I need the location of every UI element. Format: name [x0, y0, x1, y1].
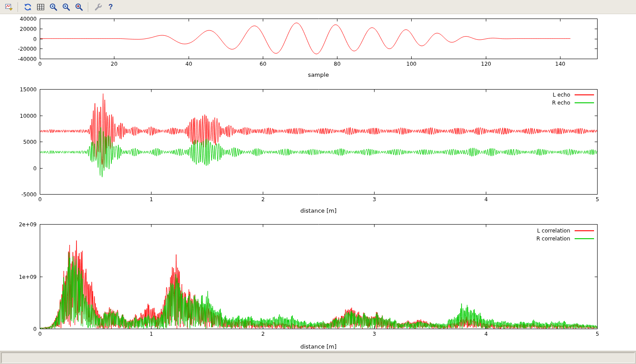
zoom-next-icon — [62, 3, 71, 11]
echo-chart: L echo R echo distance [m] — [0, 84, 636, 216]
autoscale-icon — [75, 3, 83, 11]
autoscale-button[interactable] — [73, 1, 85, 13]
legend-label: R echo — [552, 100, 570, 106]
status-bar — [0, 351, 636, 364]
replot-button[interactable] — [22, 1, 34, 13]
zoom-next-button[interactable] — [60, 1, 72, 13]
help-button[interactable]: ? — [105, 1, 117, 13]
legend-item: R echo — [552, 100, 594, 105]
export-button[interactable] — [3, 1, 15, 13]
x-axis-label-distance: distance [m] — [40, 207, 597, 214]
legend-item: L correlation — [536, 228, 594, 233]
pulse-chart: sample — [0, 16, 636, 83]
legend-label: L echo — [553, 92, 570, 98]
legend-label: L correlation — [537, 228, 570, 234]
help-icon: ? — [109, 4, 113, 11]
echo-legend: L echo R echo — [552, 92, 594, 105]
correlation-legend: L correlation R correlation — [536, 228, 594, 241]
x-axis-label-distance: distance [m] — [40, 343, 597, 350]
toggle-grid-button[interactable] — [34, 1, 46, 13]
echo-chart-canvas[interactable] — [0, 84, 636, 216]
legend-line-sample — [575, 94, 594, 95]
zoom-previous-button[interactable] — [47, 1, 59, 13]
legend-item: R correlation — [536, 236, 594, 241]
legend-line-sample — [575, 102, 594, 103]
wrench-icon — [94, 3, 102, 11]
refresh-icon — [23, 3, 32, 11]
legend-item: L echo — [552, 92, 594, 98]
x-axis-label-sample: sample — [40, 71, 597, 78]
toolbar: ? — [0, 0, 636, 14]
zoom-previous-icon — [49, 3, 58, 11]
legend-label: R correlation — [536, 236, 570, 242]
status-field — [1, 353, 635, 363]
toolbar-separator — [88, 2, 89, 12]
legend-line-sample — [575, 230, 594, 231]
correlation-chart: L correlation R correlation distance [m] — [0, 219, 636, 351]
toolbar-separator — [18, 2, 19, 12]
grid-icon — [36, 3, 45, 11]
legend-line-sample — [575, 238, 594, 239]
configure-button[interactable] — [92, 1, 104, 13]
export-icon — [4, 3, 13, 11]
